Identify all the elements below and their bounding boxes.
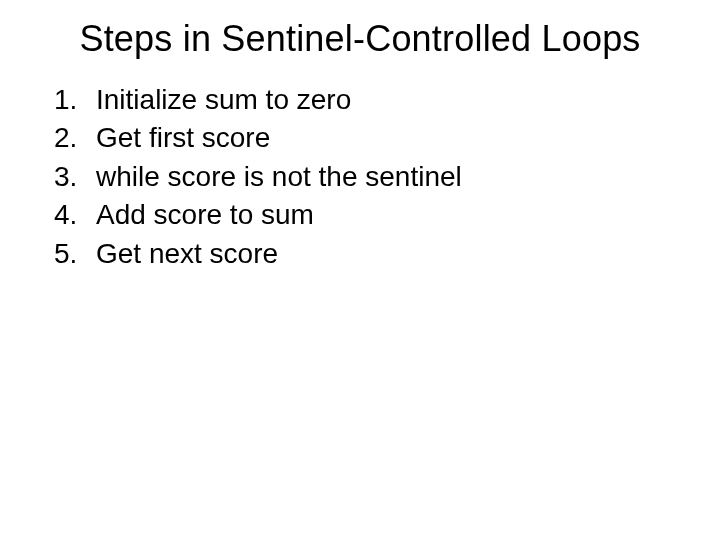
list-item: 1. Initialize sum to zero (54, 82, 680, 118)
steps-list: 1. Initialize sum to zero 2. Get first s… (40, 82, 680, 272)
list-number: 1. (54, 82, 96, 118)
list-item: 2. Get first score (54, 120, 680, 156)
list-text: Initialize sum to zero (96, 82, 680, 118)
list-text: while score is not the sentinel (96, 159, 680, 195)
list-number: 4. (54, 197, 96, 233)
list-item: 4. Add score to sum (54, 197, 680, 233)
list-item: 3. while score is not the sentinel (54, 159, 680, 195)
list-number: 5. (54, 236, 96, 272)
slide-title: Steps in Sentinel-Controlled Loops (40, 18, 680, 60)
slide: Steps in Sentinel-Controlled Loops 1. In… (0, 0, 720, 540)
list-number: 3. (54, 159, 96, 195)
list-item: 5. Get next score (54, 236, 680, 272)
list-text: Get first score (96, 120, 680, 156)
list-text: Add score to sum (96, 197, 680, 233)
list-number: 2. (54, 120, 96, 156)
list-text: Get next score (96, 236, 680, 272)
